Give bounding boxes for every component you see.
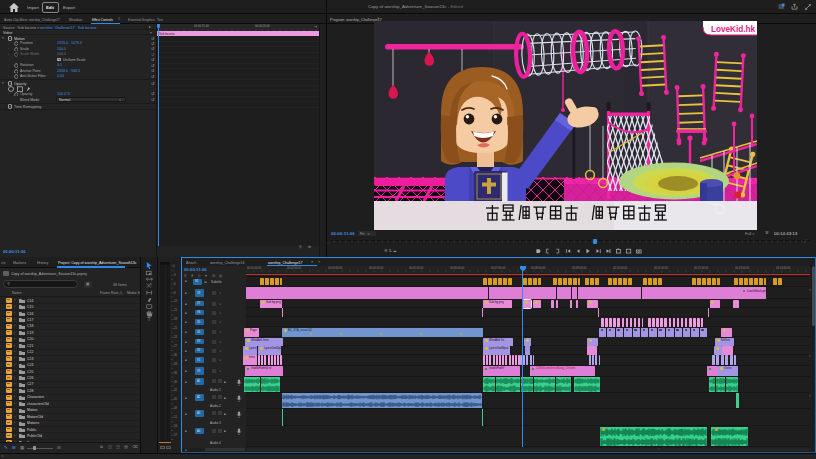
- svg-text:LoveKid.hk: LoveKid.hk: [711, 25, 756, 34]
- svg-text:T: T: [147, 316, 151, 321]
